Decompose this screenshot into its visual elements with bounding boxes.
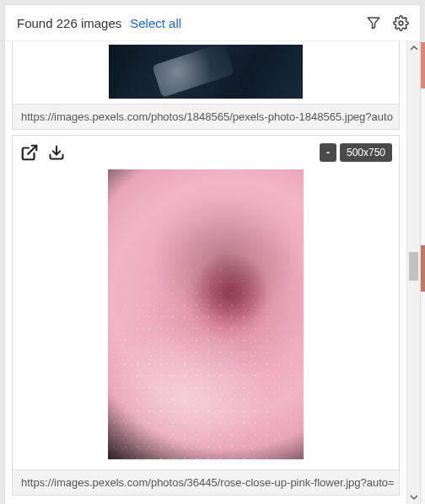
scroll-thumb[interactable] (409, 252, 418, 281)
open-external-icon[interactable] (19, 142, 40, 163)
zoom-out-button[interactable]: - (320, 143, 336, 162)
download-icon[interactable] (46, 142, 67, 163)
image-url[interactable]: https://images.pexels.com/photos/36445/r… (13, 469, 399, 495)
content-area: https://images.pexels.com/photos/1848565… (5, 41, 420, 504)
select-all-link[interactable]: Select all (130, 16, 181, 30)
image-thumbnail[interactable] (108, 169, 304, 459)
found-count-label: Found 226 images (17, 16, 121, 30)
dimensions-badge[interactable]: 500x750 (340, 143, 392, 162)
image-card[interactable]: https://images.pexels.com/photos/1848565… (12, 41, 400, 130)
svg-point-1 (399, 21, 403, 25)
svg-line-2 (28, 146, 36, 154)
results-scrollarea: https://images.pexels.com/photos/1848565… (5, 41, 406, 504)
thumbnail-container (13, 136, 399, 469)
image-thumbnail[interactable] (109, 45, 303, 99)
scroll-up-arrow[interactable] (407, 41, 420, 55)
panel-header: Found 226 images Select all (5, 5, 420, 41)
vertical-scrollbar[interactable] (406, 41, 420, 504)
badge-group: - 500x750 (320, 143, 392, 162)
gear-icon[interactable] (391, 13, 410, 32)
thumbnail-container (13, 41, 399, 104)
image-downloader-panel: Found 226 images Select all https://imag… (5, 5, 420, 504)
image-card[interactable]: - 500x750 https://images.pexels.com/phot… (12, 135, 400, 496)
page-edge-strip (421, 42, 425, 504)
card-toolbar: - 500x750 (19, 142, 392, 163)
scroll-down-arrow[interactable] (407, 491, 420, 504)
svg-marker-0 (368, 18, 379, 29)
filter-icon[interactable] (364, 13, 383, 32)
image-url[interactable]: https://images.pexels.com/photos/1848565… (13, 104, 399, 129)
